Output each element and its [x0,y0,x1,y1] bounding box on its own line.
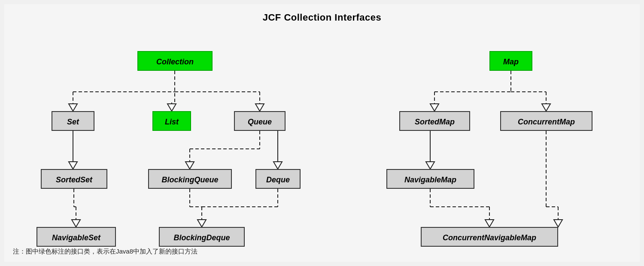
node-set: Set [52,111,94,131]
node-sortedmap: SortedMap [399,111,470,131]
diagram-area: Collection Set List Queue SortedSet Bloc… [4,27,640,259]
svg-marker-44 [554,220,562,227]
svg-marker-36 [426,162,434,169]
node-concurrentmap: ConcurrentMap [500,111,592,131]
svg-marker-15 [72,220,80,227]
node-navigablemap: NavigableMap [386,169,474,189]
svg-marker-34 [542,104,550,111]
node-blockingdeque: BlockingDeque [159,227,245,247]
svg-marker-9 [255,104,264,111]
svg-marker-19 [185,162,194,169]
diagram-title: JCF Collection Interfaces [4,4,640,27]
svg-marker-21 [273,162,282,169]
node-sortedset: SortedSet [41,169,107,189]
diagram-svg [4,27,640,259]
node-list: List [152,111,191,131]
svg-marker-11 [69,162,77,169]
diagram-container: JCF Collection Interfaces [4,4,640,262]
svg-marker-6 [167,104,176,111]
node-map: Map [489,51,532,71]
svg-marker-40 [485,220,494,227]
node-concurrentnavigablemap: ConcurrentNavigableMap [421,227,558,247]
node-queue: Queue [234,111,286,131]
node-blockingqueue: BlockingQueue [148,169,232,189]
node-collection: Collection [137,51,213,71]
svg-marker-25 [197,220,206,227]
node-deque: Deque [255,169,301,189]
svg-marker-31 [430,104,439,111]
diagram-note: 注：图中绿色标注的接口类，表示在Java8中加入了新的接口方法 [13,248,197,256]
node-navigableset: NavigableSet [36,227,116,247]
svg-marker-3 [69,104,77,111]
